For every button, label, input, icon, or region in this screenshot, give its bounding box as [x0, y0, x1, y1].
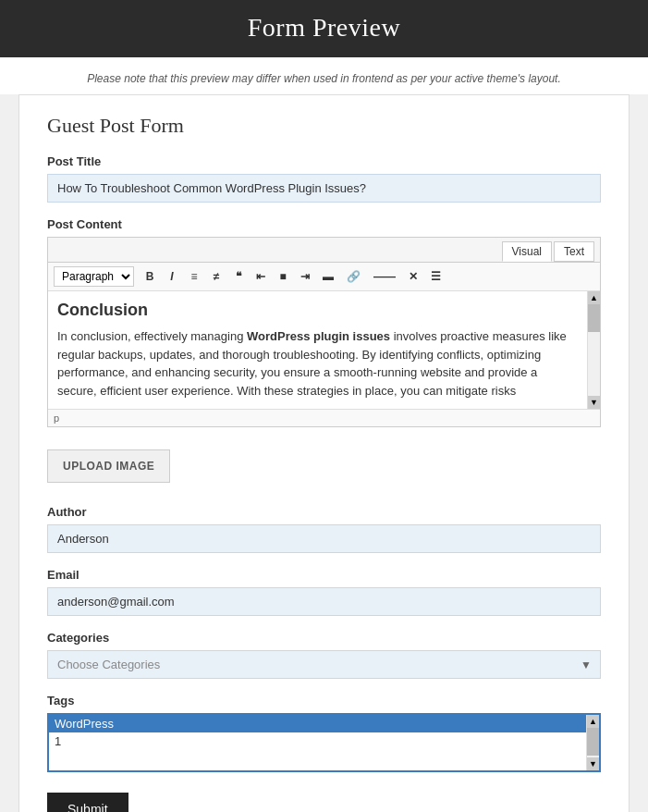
- scrollbar-track: [588, 304, 600, 396]
- page-title: Form Preview: [248, 13, 400, 42]
- scrollbar-down-btn[interactable]: ▼: [588, 396, 600, 409]
- email-input[interactable]: [47, 587, 601, 616]
- editor-paragraph: In conclusion, effectively managing Word…: [57, 327, 578, 400]
- post-title-input[interactable]: [47, 174, 601, 203]
- tags-scrollbar-track: [587, 728, 599, 757]
- tab-text[interactable]: Text: [554, 241, 594, 262]
- more-btn[interactable]: ――: [368, 267, 401, 286]
- upload-image-button[interactable]: UPLOAD IMAGE: [47, 449, 170, 483]
- tags-scrollbar[interactable]: ▲ ▼: [586, 715, 599, 770]
- post-content-label: Post Content: [47, 217, 601, 231]
- tags-list: WordPress 1: [49, 715, 586, 770]
- tags-section: Tags WordPress 1 ▲ ▼: [47, 694, 601, 772]
- editor-wrap: Visual Text Paragraph B I ≡ ≠ ❝ ⇤ ■ ⇥ ▬ …: [47, 237, 601, 427]
- categories-label: Categories: [47, 631, 601, 645]
- form-container: Guest Post Form Post Title Post Content …: [18, 94, 630, 812]
- scrollbar-thumb[interactable]: [588, 304, 600, 332]
- tags-scrollbar-down[interactable]: ▼: [587, 757, 599, 770]
- blockquote-btn[interactable]: ❝: [228, 267, 249, 286]
- tags-scrollbar-up[interactable]: ▲: [587, 715, 599, 728]
- ol-btn[interactable]: ≠: [206, 267, 226, 286]
- editor-toolbar: Paragraph B I ≡ ≠ ❝ ⇤ ■ ⇥ ▬ 🔗 ―― ✕ ☰: [48, 263, 600, 291]
- tags-scrollbar-thumb[interactable]: [587, 728, 599, 756]
- align-center-btn[interactable]: ■: [273, 267, 293, 286]
- editor-heading: Conclusion: [57, 301, 578, 320]
- align-right-btn[interactable]: ⇥: [295, 267, 315, 286]
- tags-label: Tags: [47, 694, 601, 707]
- editor-content[interactable]: Conclusion In conclusion, effectively ma…: [48, 291, 600, 409]
- form-title: Guest Post Form: [47, 114, 601, 138]
- post-title-label: Post Title: [47, 154, 601, 168]
- notice-bar: Please note that this preview may differ…: [0, 57, 648, 94]
- editor-scrollbar[interactable]: ▲ ▼: [587, 291, 600, 409]
- tab-visual[interactable]: Visual: [502, 241, 552, 262]
- notice-text: Please note that this preview may differ…: [87, 72, 561, 85]
- email-section: Email: [47, 568, 601, 616]
- submit-button[interactable]: Submit: [47, 793, 128, 812]
- editor-tabs: Visual Text: [48, 238, 600, 263]
- editor-footer: p: [48, 409, 600, 426]
- kitchen-sink-btn[interactable]: ☰: [425, 267, 446, 286]
- scrollbar-up-btn[interactable]: ▲: [588, 291, 600, 304]
- post-title-section: Post Title: [47, 154, 601, 203]
- categories-select[interactable]: Choose Categories WordPress Technology W…: [47, 650, 601, 679]
- format-select[interactable]: Paragraph: [54, 266, 134, 287]
- author-label: Author: [47, 505, 601, 519]
- categories-select-wrap: Choose Categories WordPress Technology W…: [47, 650, 601, 679]
- page-header: Form Preview: [0, 0, 648, 57]
- ul-btn[interactable]: ≡: [184, 267, 204, 286]
- fullscreen-btn[interactable]: ✕: [403, 267, 423, 286]
- post-content-section: Post Content Visual Text Paragraph B I ≡…: [47, 217, 601, 427]
- italic-btn[interactable]: I: [162, 267, 182, 286]
- email-label: Email: [47, 568, 601, 582]
- editor-content-area: Conclusion In conclusion, effectively ma…: [48, 291, 600, 409]
- tag-wordpress[interactable]: WordPress: [49, 715, 586, 732]
- upload-section: UPLOAD IMAGE: [47, 442, 601, 490]
- bold-btn[interactable]: B: [140, 267, 160, 286]
- tags-outer: WordPress 1 ▲ ▼: [47, 713, 601, 772]
- author-section: Author: [47, 505, 601, 553]
- categories-section: Categories Choose Categories WordPress T…: [47, 631, 601, 679]
- justify-btn[interactable]: ▬: [317, 267, 339, 286]
- author-input[interactable]: [47, 524, 601, 553]
- tag-1[interactable]: 1: [49, 732, 586, 750]
- align-left-btn[interactable]: ⇤: [251, 267, 271, 286]
- link-btn[interactable]: 🔗: [341, 267, 366, 286]
